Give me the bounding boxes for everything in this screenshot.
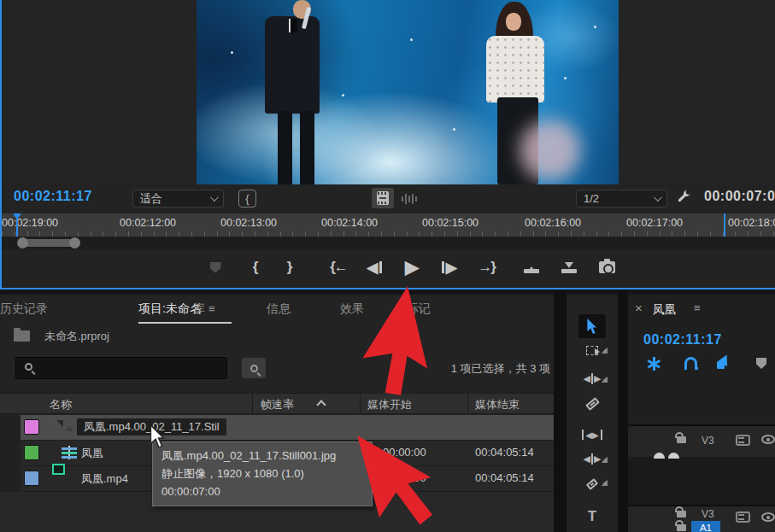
timeline-playhead-timecode[interactable]: 00:02:11:17 bbox=[643, 332, 722, 348]
add-marker-button[interactable] bbox=[201, 249, 230, 285]
track-lock-icon[interactable] bbox=[677, 506, 686, 517]
track-select-icon bbox=[586, 346, 598, 355]
marker-icon[interactable] bbox=[756, 358, 766, 369]
filmstrip-icon bbox=[377, 191, 389, 205]
selection-tool[interactable] bbox=[567, 313, 618, 339]
label-color-chip[interactable] bbox=[24, 445, 39, 460]
camera-icon bbox=[599, 261, 615, 273]
step-forward-button[interactable]: ▶ bbox=[435, 249, 464, 285]
panel-tab-label: 信息 bbox=[267, 301, 291, 315]
pen-tool[interactable] bbox=[567, 481, 618, 488]
timeline-tab-row: × 凤凰 ≡ bbox=[628, 295, 775, 322]
label-color-chip[interactable] bbox=[24, 471, 39, 486]
wrench-icon[interactable] bbox=[676, 189, 692, 208]
mark-in-button[interactable]: { bbox=[241, 249, 270, 285]
razor-tool[interactable] bbox=[567, 400, 618, 407]
close-icon[interactable]: × bbox=[635, 301, 643, 315]
linked-selection-icon[interactable] bbox=[717, 357, 732, 371]
panel-tab[interactable]: 库≡ bbox=[193, 301, 205, 317]
tooltip-dimensions: 静止图像，1920 x 1080 (1.0) bbox=[161, 465, 363, 483]
column-header-name[interactable]: 名称 bbox=[50, 397, 72, 412]
timeline-tab-label[interactable]: 凤凰 bbox=[653, 302, 676, 318]
scrollbar-thumb[interactable] bbox=[19, 239, 79, 247]
type-tool[interactable]: T bbox=[567, 508, 618, 525]
panel-menu-icon[interactable]: ≡ bbox=[694, 301, 701, 314]
monitor-time-ruler[interactable]: 00:02:12:0000:02:13:0000:02:14:0000:02:1… bbox=[2, 213, 775, 237]
slide-tool[interactable]: ◀▶ bbox=[567, 453, 618, 465]
lift-button[interactable] bbox=[517, 249, 546, 285]
label-color-chip[interactable] bbox=[24, 419, 39, 435]
ruler-timecode-label: 00:02:16:00 bbox=[525, 217, 581, 229]
drag-audio-icon[interactable] bbox=[402, 193, 422, 204]
tooltip-filename: 凤凰.mp4.00_02_11_17.Still001.jpg bbox=[161, 447, 363, 465]
extract-button[interactable] bbox=[555, 249, 584, 285]
panel-tab[interactable]: 历史记录≡ bbox=[0, 301, 48, 317]
column-divider[interactable] bbox=[360, 394, 361, 413]
toggle-track-output-eye-icon[interactable] bbox=[761, 435, 775, 444]
drag-video-icon[interactable] bbox=[372, 188, 394, 208]
zoom-level-select[interactable]: 适合 bbox=[132, 190, 224, 208]
chevron-down-icon bbox=[654, 193, 662, 202]
ruler-timecode-label: 00:02:17:00 bbox=[626, 217, 683, 229]
slip-tool[interactable]: ◀▶ bbox=[567, 430, 618, 440]
snap-icon[interactable] bbox=[684, 357, 697, 367]
panel-tab[interactable]: 信息≡ bbox=[267, 301, 291, 317]
panel-divider[interactable] bbox=[618, 289, 628, 532]
track-targeting-icon[interactable] bbox=[736, 435, 750, 446]
project-panel-tabs: 项目:未命名≡ 库≡ 信息≡ 效果≡ 标记≡ 历史记录≡ bbox=[0, 295, 554, 325]
blurred-region bbox=[520, 120, 581, 181]
video-preview[interactable] bbox=[197, 0, 619, 184]
go-to-in-button[interactable]: {← bbox=[324, 249, 353, 285]
playhead-position-timecode[interactable]: 00:02:11:17 bbox=[14, 189, 92, 204]
zoom-level-value: 适合 bbox=[140, 191, 162, 207]
clip-name[interactable]: 凤凰 bbox=[81, 446, 103, 461]
ruler-timecode-label: 00:02:12:00 bbox=[120, 217, 176, 229]
monitor-scrollbar[interactable] bbox=[2, 237, 775, 249]
clip-name[interactable]: 凤凰.mp4 bbox=[81, 471, 128, 487]
ruler-timecode-label: 00:02:14:00 bbox=[321, 217, 378, 229]
column-header-media-end[interactable]: 媒体结束 bbox=[475, 397, 520, 412]
slide-icon: ◀▶ bbox=[584, 453, 602, 465]
track-targeting-icon[interactable] bbox=[736, 512, 750, 523]
triangle-right-icon: ▶ bbox=[446, 260, 457, 275]
track-select-forward-tool[interactable] bbox=[567, 346, 618, 355]
singer-man-leg bbox=[300, 111, 314, 184]
project-root-item[interactable]: 未命名.prproj bbox=[0, 327, 554, 349]
extract-icon bbox=[561, 262, 577, 273]
project-icon bbox=[14, 330, 30, 342]
panel-menu-icon[interactable]: ≡ bbox=[208, 302, 215, 315]
panel-divider[interactable] bbox=[554, 289, 567, 532]
column-divider[interactable] bbox=[467, 394, 468, 413]
singer-woman-blouse bbox=[486, 36, 544, 102]
go-to-out-button[interactable]: →} bbox=[472, 249, 501, 285]
mark-out-button[interactable]: } bbox=[275, 249, 304, 285]
snow-particle bbox=[453, 128, 455, 131]
curly-brace-icon[interactable]: { bbox=[238, 190, 256, 208]
panel-tab[interactable]: 效果≡ bbox=[340, 301, 364, 317]
search-input[interactable] bbox=[15, 357, 227, 379]
track-lock-icon[interactable] bbox=[677, 520, 686, 531]
playback-resolution-select[interactable]: 1/2 bbox=[576, 190, 667, 208]
column-divider[interactable] bbox=[252, 394, 253, 413]
singer-woman-face bbox=[506, 13, 521, 31]
new-search-bin-button[interactable] bbox=[242, 358, 266, 378]
nest-sequences-icon[interactable] bbox=[647, 357, 661, 371]
toggle-track-output-eye-icon[interactable] bbox=[761, 512, 775, 522]
panel-tab-label: 历史记录 bbox=[0, 301, 48, 315]
table-row[interactable]: 凤凰.mp4.00_02_11_17.Stil bbox=[0, 415, 554, 441]
track-content-area[interactable] bbox=[628, 457, 775, 505]
panel-tab-label: 库 bbox=[193, 301, 205, 315]
play-button[interactable]: ▶ bbox=[397, 249, 426, 285]
in-out-duration-timecode: 00:00:07:00 bbox=[704, 189, 775, 204]
step-back-button[interactable]: ◀ bbox=[360, 249, 389, 285]
track-lock-icon[interactable] bbox=[677, 432, 686, 443]
track-label[interactable]: V3 bbox=[702, 435, 714, 447]
program-monitor-panel: 00:02:11:17 适合 { 1/2 00:00:07:00 00 bbox=[0, 0, 775, 289]
lift-icon bbox=[524, 262, 539, 273]
ripple-edit-tool[interactable]: ◀▶ bbox=[567, 373, 618, 384]
export-frame-button[interactable] bbox=[592, 249, 621, 285]
column-header-framerate[interactable]: 帧速率 bbox=[261, 397, 294, 412]
timeline-panel: × 凤凰 ≡ 00:02:11:17 V3 V3 A1 bbox=[628, 295, 775, 532]
source-patch-a1-badge[interactable]: A1 bbox=[691, 521, 720, 532]
track-label[interactable]: V3 bbox=[702, 508, 714, 520]
